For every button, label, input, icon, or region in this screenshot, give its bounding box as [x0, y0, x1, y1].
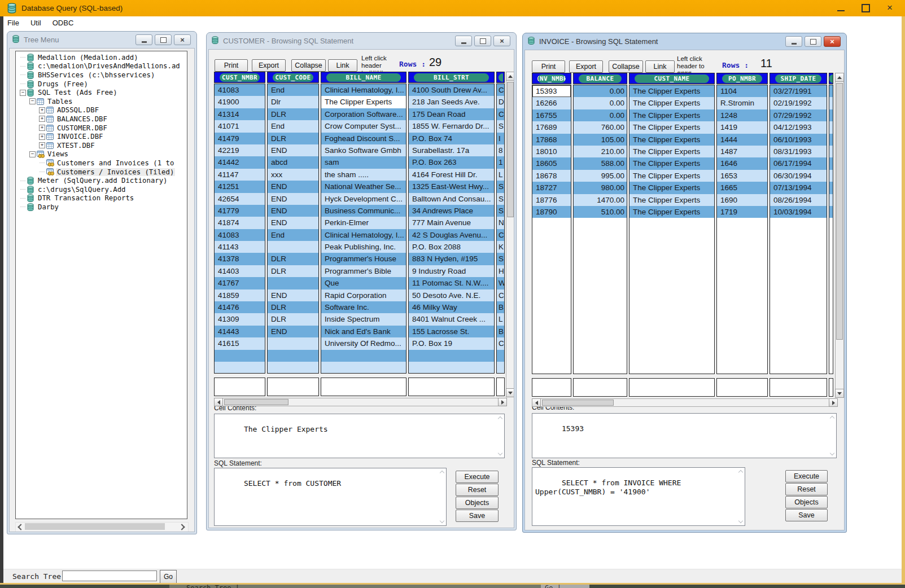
maximize-icon[interactable]	[862, 4, 870, 12]
grid-cell[interactable]: P.O. Box 19	[409, 337, 494, 349]
tree-item[interactable]: −Tables	[16, 97, 187, 106]
grid-cell[interactable]: 41143	[215, 241, 265, 253]
grid-cell[interactable]: END	[268, 144, 318, 156]
action-button-save[interactable]: Save	[785, 509, 828, 521]
grid-cell[interactable]: 1444	[717, 134, 767, 146]
grid-cell[interactable]: Sanko Software Gmbh	[321, 144, 406, 156]
grid-cell[interactable]: 995.00	[574, 170, 627, 182]
scroll-up-button[interactable]	[506, 72, 514, 81]
action-button-execute[interactable]: Execute	[456, 471, 499, 483]
grid-cell[interactable]: 41476	[215, 301, 265, 313]
grid-cell[interactable]: 1653	[717, 170, 767, 182]
grid-cell[interactable]	[268, 350, 318, 362]
grid-cell[interactable]: 10/03/1994	[770, 206, 827, 218]
grid-cell[interactable]: 0.00	[574, 85, 627, 97]
grid-cell[interactable]: 0.00	[574, 97, 627, 109]
grid-cell[interactable]: 17868	[532, 134, 571, 146]
grid-cell[interactable]	[268, 362, 318, 374]
column-header[interactable]: BILL_NAME	[321, 72, 406, 83]
grid-cell[interactable]: University Of Redmo...	[321, 337, 406, 349]
grid-cell[interactable]: DLR	[268, 108, 318, 120]
grid-cell[interactable]: 42219	[215, 144, 265, 156]
grid-cell[interactable]: 41874	[215, 217, 265, 229]
grid-cell[interactable]: 18678	[532, 170, 571, 182]
minimize-button[interactable]	[455, 36, 472, 46]
grid-cell[interactable]: 06/30/1994	[770, 170, 827, 182]
grid-cell[interactable]: 1325 East-West Hwy...	[409, 181, 494, 192]
grid-cell[interactable]: END	[268, 205, 318, 217]
grid-cell[interactable]: 1419	[717, 121, 767, 133]
scrollbar-thumb[interactable]	[507, 82, 514, 217]
search-tree-input[interactable]	[62, 571, 157, 581]
grid-cell[interactable]: 41309	[215, 313, 265, 325]
grid-cell[interactable]: Hyck Development C...	[321, 193, 406, 205]
grid-cell[interactable]: Balltown And Consau...	[409, 193, 494, 205]
grid-cell[interactable]: Dlr	[268, 96, 318, 108]
grid-cell[interactable]: 18727	[532, 182, 571, 194]
grid-cell[interactable]: P.O. Box 263	[409, 156, 494, 168]
grid-cell[interactable]: 46 Milky Way	[409, 301, 494, 313]
tree-item[interactable]: +CUSTOMER.DBF	[16, 124, 187, 133]
scroll-left-icon[interactable]	[18, 524, 24, 530]
scroll-down-icon[interactable]	[440, 519, 444, 523]
grid-cell[interactable]: 41147	[215, 169, 265, 181]
scroll-down-icon[interactable]	[830, 451, 834, 455]
column-header[interactable]: INV_NMBR	[532, 73, 571, 84]
tree-item[interactable]: Meter (SqlQuery.add Dictionary)	[16, 176, 187, 185]
toolbar-button-link[interactable]: Link	[328, 59, 357, 72]
grid-cell[interactable]: Programmer's Bible	[321, 265, 406, 277]
grid-cell[interactable]: 18790	[532, 206, 571, 218]
grid-cell[interactable]: Peak Publishing, Inc.	[321, 241, 406, 253]
grid-cell[interactable]: Que	[321, 277, 406, 289]
grid-cell[interactable]: 1487	[717, 146, 767, 157]
scroll-down-icon[interactable]	[738, 519, 743, 523]
grid-cell[interactable]: 08/31/1993	[770, 146, 827, 157]
column-header[interactable]: CUST_NAME	[629, 73, 715, 84]
scrollbar-thumb[interactable]	[224, 399, 288, 405]
grid-cell[interactable]	[268, 277, 318, 289]
sql-statement-box[interactable]: SELECT * from CUSTOMER	[214, 468, 447, 526]
action-button-objects[interactable]: Objects	[785, 496, 828, 508]
grid-cell[interactable]	[321, 362, 406, 374]
close-icon[interactable]: ×	[887, 2, 893, 14]
grid-cell[interactable]: 218 Jan Seeds Ave.	[409, 96, 494, 108]
scroll-right-button[interactable]	[498, 398, 507, 406]
grid-cell[interactable]: 41615	[215, 337, 265, 349]
close-button[interactable]: ×	[824, 36, 841, 47]
scroll-up-icon[interactable]	[738, 470, 743, 475]
tree-item[interactable]: Customers and Invoices (1 to	[16, 159, 187, 168]
grid-cell[interactable]: P.O. Box 2088	[409, 241, 494, 253]
plus-expander-icon[interactable]: +	[38, 134, 46, 140]
grid-cell[interactable]: 1719	[717, 206, 767, 218]
grid-cell[interactable]	[215, 362, 265, 374]
tree-item[interactable]: BHSServices (c:\bhsservices)	[16, 71, 187, 80]
scroll-left-button[interactable]	[214, 398, 223, 406]
grid-cell[interactable]: 8401 Walnut Creek ...	[409, 313, 494, 325]
plus-expander-icon[interactable]: +	[38, 107, 46, 113]
column-header[interactable]: CUST_CODE	[267, 72, 319, 83]
grid-cell[interactable]: The Clipper Experts	[629, 134, 714, 146]
grid-cell[interactable]: 42654	[215, 193, 265, 205]
grid-cell[interactable]: 175 Dean Road	[409, 108, 494, 120]
grid-cell[interactable]: 41083	[215, 84, 265, 96]
grid-cell[interactable]: 16266	[532, 97, 571, 109]
grid-cell[interactable]: 15393	[532, 85, 571, 97]
grid-cell[interactable]: 18010	[532, 146, 571, 157]
column-header[interactable]: SHIP_DATE	[770, 73, 827, 84]
grid-cell[interactable]: R.Stromin	[717, 97, 767, 109]
scroll-up-icon[interactable]	[440, 471, 444, 475]
grid-cell[interactable]: 04/12/1993	[770, 121, 827, 133]
grid-cell[interactable]	[321, 350, 406, 362]
grid-cell[interactable]: xxx	[268, 169, 318, 181]
grid-cell[interactable]: Clinical Hematology, I...	[321, 84, 406, 96]
minimize-icon[interactable]	[837, 10, 845, 11]
tree-item[interactable]: Darby	[16, 203, 187, 212]
grid-cell[interactable]: 18776	[532, 194, 571, 206]
grid-cell[interactable]: 980.00	[574, 182, 627, 194]
grid-cell[interactable]: 883 N Hyden, #195	[409, 253, 494, 265]
grid-cell[interactable]: 41900	[215, 96, 265, 108]
grid-cell[interactable]: DLR	[268, 313, 318, 325]
grid-cell[interactable]: Surabellastr. 17a	[409, 144, 494, 156]
grid-cell[interactable]: 17689	[532, 121, 571, 133]
grid-cell[interactable]: 41779	[215, 205, 265, 217]
